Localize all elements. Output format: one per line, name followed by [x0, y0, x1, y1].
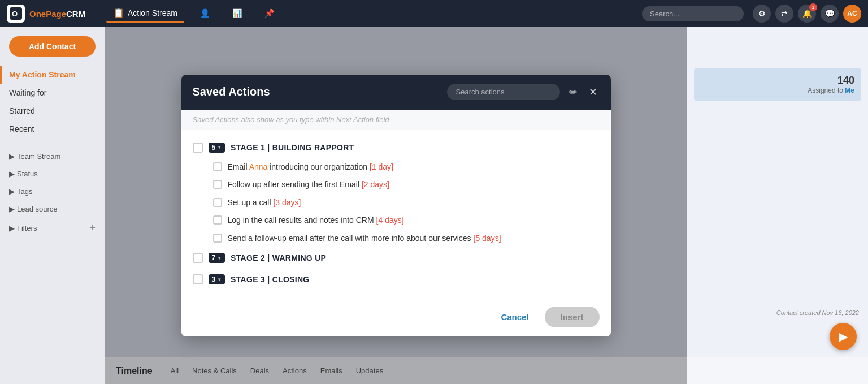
- logo: O OnePageCRM: [7, 5, 97, 23]
- nav-tab-more[interactable]: 📌: [258, 5, 281, 23]
- sidebar-item-starred[interactable]: Starred: [0, 102, 105, 120]
- sidebar: Add Contact My Action Stream Waiting for…: [0, 27, 105, 384]
- stage-row-3: 3 ▼ STAGE 3 | CLOSING: [193, 269, 600, 290]
- modal-body: 5 ▼ STAGE 1 | BUILDING RAPPORT Email Ann…: [181, 130, 611, 297]
- modal-header: Saved Actions ✏ ✕: [181, 75, 611, 110]
- app-name: OnePageCRM: [29, 9, 85, 19]
- action-item-2: Follow up after sending the first Email …: [193, 176, 600, 194]
- top-navigation: O OnePageCRM 📋 Action Stream 👤 📊 📌 ⚙ ⇄ 🔔…: [0, 0, 868, 27]
- pipeline-icon: 📊: [232, 8, 242, 18]
- expand-icon: ▶: [9, 152, 15, 161]
- main-content: Saved Actions ✏ ✕ Saved Actions also sho…: [105, 27, 687, 384]
- filter-settings-button[interactable]: ⚙: [753, 5, 771, 23]
- topnav-actions: ⚙ ⇄ 🔔 1 💬 AC: [753, 5, 861, 23]
- stage-1-badge[interactable]: 5 ▼: [209, 143, 225, 153]
- action-5-days: [5 days]: [474, 234, 501, 243]
- notifications-button[interactable]: 🔔 1: [798, 5, 816, 23]
- modal-hint: Saved Actions also show as you type with…: [181, 110, 611, 130]
- section-label: Tags: [17, 187, 32, 196]
- action-1-name: Anna: [249, 162, 268, 171]
- main-layout: Add Contact My Action Stream Waiting for…: [0, 27, 868, 384]
- expand-icon: ▶: [9, 224, 15, 232]
- action-1-text: Email Anna introducing our organization …: [228, 162, 393, 173]
- stage-1-checkbox[interactable]: [193, 143, 203, 153]
- assigned-me[interactable]: Me: [845, 87, 854, 94]
- stage-row-2: 7 ▼ STAGE 2 | WARMING UP: [193, 247, 600, 269]
- action-3-text: Set up a call [3 days]: [228, 197, 301, 209]
- sidebar-section-status[interactable]: ▶ Status: [0, 165, 105, 183]
- stage-2-badge[interactable]: 7 ▼: [209, 253, 225, 263]
- modal-search-input[interactable]: [447, 84, 560, 100]
- video-fab-button[interactable]: ▶: [830, 323, 857, 350]
- section-label: Team Stream: [17, 152, 60, 161]
- modal-close-button[interactable]: ✕: [587, 84, 600, 101]
- sidebar-section-tags[interactable]: ▶ Tags: [0, 183, 105, 200]
- action-item-5: Send a follow-up email after the call wi…: [193, 230, 600, 248]
- action-4-days: [4 days]: [376, 215, 404, 225]
- logo-icon: O: [7, 5, 25, 23]
- assigned-count: 140: [701, 75, 854, 87]
- stage-3-badge[interactable]: 3 ▼: [209, 274, 225, 284]
- modal-overlay[interactable]: Saved Actions ✏ ✕ Saved Actions also sho…: [105, 27, 687, 384]
- cancel-button[interactable]: Cancel: [492, 308, 537, 326]
- stage-1-collapse-icon: ▼: [217, 145, 222, 150]
- action-5-checkbox[interactable]: [213, 234, 222, 243]
- stage-3-checkbox[interactable]: [193, 274, 203, 284]
- action-3-days: [3 days]: [273, 198, 301, 207]
- nav-tab-label: Action Stream: [128, 8, 177, 18]
- saved-actions-modal: Saved Actions ✏ ✕ Saved Actions also sho…: [181, 75, 611, 337]
- expand-icon: ▶: [9, 170, 15, 178]
- stage-2-checkbox[interactable]: [193, 253, 203, 263]
- action-item-1: Email Anna introducing our organization …: [193, 158, 600, 176]
- messages-button[interactable]: 💬: [821, 5, 839, 23]
- action-4-checkbox[interactable]: [213, 215, 222, 225]
- contacts-icon: 👤: [200, 8, 210, 18]
- section-label: Filters: [17, 224, 37, 232]
- sidebar-section-filters[interactable]: ▶ Filters +: [0, 218, 105, 239]
- section-label: Status: [17, 170, 38, 178]
- nav-tab-action-stream[interactable]: 📋 Action Stream: [106, 4, 184, 23]
- add-filter-icon[interactable]: +: [89, 222, 96, 234]
- action-5-text: Send a follow-up email after the call wi…: [228, 233, 501, 244]
- nav-tab-contacts[interactable]: 👤: [193, 5, 216, 23]
- action-stream-icon: 📋: [113, 7, 124, 18]
- sidebar-item-recent[interactable]: Recent: [0, 120, 105, 138]
- svg-text:O: O: [12, 10, 18, 18]
- insert-button[interactable]: Insert: [545, 307, 600, 327]
- sidebar-item-label: Waiting for: [9, 88, 46, 97]
- sidebar-section-lead-source[interactable]: ▶ Lead source: [0, 200, 105, 218]
- sidebar-item-label: Recent: [9, 124, 34, 133]
- expand-icon: ▶: [9, 205, 15, 213]
- action-4-text: Log in the call results and notes into C…: [228, 215, 404, 226]
- sidebar-item-my-action-stream[interactable]: My Action Stream: [0, 66, 105, 84]
- action-item-3: Set up a call [3 days]: [193, 194, 600, 212]
- sidebar-item-waiting-for[interactable]: Waiting for: [0, 84, 105, 102]
- notification-badge: 1: [809, 3, 817, 11]
- modal-title: Saved Actions: [193, 85, 440, 98]
- action-1-checkbox[interactable]: [213, 162, 222, 171]
- modal-edit-button[interactable]: ✏: [567, 84, 580, 101]
- expand-icon: ▶: [9, 187, 15, 196]
- stage-2-name: STAGE 2 | WARMING UP: [231, 253, 326, 262]
- section-label: Lead source: [17, 205, 58, 213]
- action-2-days: [2 days]: [362, 180, 389, 189]
- add-contact-button[interactable]: Add Contact: [9, 36, 96, 57]
- sidebar-divider: [0, 143, 105, 143]
- stage-3-name: STAGE 3 | CLOSING: [231, 275, 309, 284]
- nav-tab-pipeline[interactable]: 📊: [225, 5, 249, 23]
- stage-row-1: 5 ▼ STAGE 1 | BUILDING RAPPORT: [193, 137, 600, 158]
- action-2-checkbox[interactable]: [213, 180, 222, 189]
- action-2-text: Follow up after sending the first Email …: [228, 179, 389, 191]
- sidebar-item-label: Starred: [9, 106, 35, 115]
- assigned-label: Assigned to Me: [701, 87, 854, 94]
- stage-3-collapse-icon: ▼: [217, 277, 222, 282]
- sidebar-section-team-stream[interactable]: ▶ Team Stream: [0, 148, 105, 165]
- sidebar-item-label: My Action Stream: [9, 70, 76, 79]
- action-item-4: Log in the call results and notes into C…: [193, 212, 600, 230]
- switch-view-button[interactable]: ⇄: [775, 5, 793, 23]
- global-search-input[interactable]: [642, 6, 744, 21]
- user-avatar-button[interactable]: AC: [843, 5, 861, 23]
- stage-1-name: STAGE 1 | BUILDING RAPPORT: [231, 143, 354, 152]
- more-icon: 📌: [264, 8, 274, 18]
- action-3-checkbox[interactable]: [213, 198, 222, 207]
